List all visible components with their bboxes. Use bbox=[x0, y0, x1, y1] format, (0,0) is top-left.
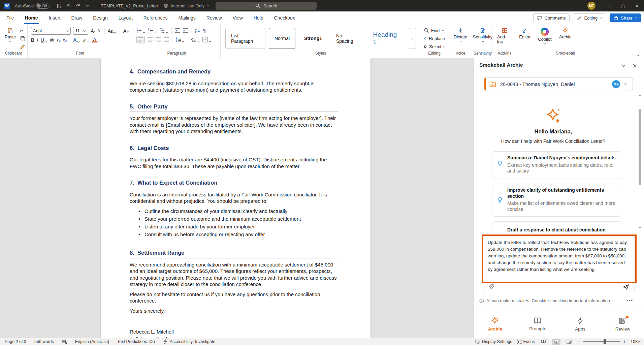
replace-button[interactable]: b Replace bbox=[424, 35, 445, 42]
highlight-color-button[interactable] bbox=[82, 38, 90, 42]
matter-selector[interactable]: M 26-0848 - Thomas Nguyen, Daniel MF bbox=[484, 77, 633, 91]
multilevel-list-button[interactable] bbox=[159, 28, 168, 33]
nav-apps[interactable]: Apps bbox=[559, 310, 602, 338]
search-input[interactable]: Search bbox=[216, 2, 317, 10]
align-left-button[interactable] bbox=[136, 36, 145, 43]
nav-review[interactable]: Review bbox=[602, 310, 644, 338]
read-mode-button[interactable] bbox=[540, 339, 548, 345]
close-button[interactable]: ✕ bbox=[630, 0, 644, 11]
undo-button[interactable] bbox=[64, 1, 73, 10]
sensitivity-chip[interactable]: Internal Use Only bbox=[163, 3, 210, 9]
tab-review[interactable]: Review bbox=[202, 11, 226, 24]
justify-button[interactable] bbox=[163, 37, 169, 42]
font-size-combo[interactable]: 11 bbox=[73, 27, 88, 35]
tab-file[interactable]: File bbox=[2, 11, 19, 24]
sensitivity-button[interactable]: Sensitivity bbox=[470, 26, 495, 51]
bullets-button[interactable] bbox=[136, 28, 146, 33]
proofing-status[interactable] bbox=[62, 339, 67, 344]
collapse-ribbon-button[interactable] bbox=[636, 55, 639, 57]
cut-button[interactable]: ✂ bbox=[20, 28, 26, 33]
suggestion-card[interactable]: Improve clarity of outstanding entitleme… bbox=[492, 184, 622, 217]
grow-font-button[interactable]: Aˆ bbox=[91, 28, 95, 34]
display-settings-button[interactable]: Display Settings bbox=[475, 339, 512, 344]
increase-indent-button[interactable] bbox=[183, 28, 189, 33]
bold-button[interactable]: B bbox=[31, 37, 34, 43]
style-strong1[interactable]: Strong1 bbox=[299, 28, 327, 49]
autosave-toggle[interactable]: Off bbox=[36, 3, 50, 9]
focus-button[interactable]: Focus bbox=[517, 339, 535, 344]
sort-button[interactable]: AZ bbox=[195, 28, 201, 33]
print-layout-button[interactable] bbox=[552, 339, 560, 345]
tab-view[interactable]: View bbox=[228, 11, 247, 24]
change-case-button[interactable]: Aa bbox=[108, 28, 117, 34]
paste-button[interactable]: Paste bbox=[2, 26, 19, 51]
zoom-percentage[interactable]: 103% bbox=[631, 339, 641, 344]
accessibility-status[interactable]: Accessibility: Investigate bbox=[163, 339, 215, 344]
zoom-in-button[interactable]: + bbox=[623, 339, 626, 344]
tab-help[interactable]: Help bbox=[249, 11, 268, 24]
show-formatting-button[interactable]: ¶ bbox=[203, 28, 206, 33]
nav-prompts[interactable]: Prompts bbox=[516, 310, 559, 338]
maximize-button[interactable]: ▢ bbox=[616, 0, 630, 11]
editor-button[interactable]: Editor bbox=[516, 26, 533, 51]
shrink-font-button[interactable]: Aˇ bbox=[97, 29, 101, 33]
font-color-button[interactable]: A bbox=[92, 38, 100, 42]
page-indicator[interactable]: Page 2 of 3 bbox=[5, 339, 26, 344]
style-list-paragraph[interactable]: List Paragraph bbox=[225, 28, 265, 49]
style-heading-1[interactable]: Heading 1 bbox=[368, 28, 406, 49]
scroll-down-arrow[interactable]: ▼ bbox=[638, 226, 642, 229]
tab-mailings[interactable]: Mailings bbox=[174, 11, 200, 24]
user-avatar[interactable]: MF bbox=[587, 2, 595, 10]
comments-button[interactable]: Comments bbox=[533, 13, 570, 22]
prompt-input-card[interactable]: Update the letter to reflect that TechFl… bbox=[483, 236, 635, 292]
superscript-button[interactable]: x2 bbox=[63, 38, 67, 42]
decrease-indent-button[interactable] bbox=[175, 28, 181, 33]
format-painter-button[interactable] bbox=[20, 44, 26, 50]
save-button[interactable] bbox=[54, 1, 64, 10]
copilot-button[interactable]: Copilot bbox=[535, 26, 554, 51]
redo-button[interactable] bbox=[73, 1, 83, 10]
borders-button[interactable] bbox=[202, 37, 212, 42]
more-options-button[interactable]: ••• bbox=[626, 298, 633, 303]
text-effects-button[interactable]: A bbox=[73, 37, 80, 43]
subscript-button[interactable]: x2 bbox=[57, 38, 60, 42]
align-right-button[interactable] bbox=[155, 37, 161, 42]
italic-button[interactable]: I bbox=[37, 37, 38, 43]
archie-button[interactable]: Archie bbox=[556, 26, 574, 51]
zoom-slider-thumb[interactable] bbox=[604, 339, 606, 344]
prompt-input[interactable]: Update the letter to reflect that TechFl… bbox=[483, 236, 635, 276]
numbering-button[interactable]: 123 bbox=[148, 28, 157, 33]
font-name-combo[interactable]: Arial bbox=[31, 27, 71, 35]
language-status[interactable]: English (Australia) bbox=[75, 339, 109, 344]
word-count[interactable]: 550 words bbox=[34, 339, 54, 344]
copy-button[interactable] bbox=[20, 36, 26, 41]
underline-button[interactable]: U bbox=[41, 37, 47, 43]
addins-button[interactable]: Add-ins bbox=[494, 26, 515, 51]
editing-mode-button[interactable]: Editing bbox=[573, 13, 607, 22]
tab-checkbox[interactable]: Checkbox bbox=[270, 11, 299, 24]
style-normal[interactable]: Normal bbox=[269, 28, 295, 49]
scroll-up-arrow[interactable]: ▲ bbox=[638, 93, 642, 97]
zoom-out-button[interactable]: − bbox=[578, 339, 581, 344]
share-button[interactable]: Share bbox=[610, 13, 641, 22]
minimize-button[interactable]: ─ bbox=[602, 0, 616, 11]
styles-gallery-expand-button[interactable] bbox=[409, 28, 416, 49]
clear-formatting-button[interactable]: A◇ bbox=[123, 28, 129, 34]
tab-insert[interactable]: Insert bbox=[44, 11, 65, 24]
select-button[interactable]: Select bbox=[424, 43, 445, 50]
scrollbar-thumb[interactable] bbox=[639, 109, 641, 185]
attach-icon[interactable] bbox=[488, 284, 494, 290]
autosave-control[interactable]: AutoSave Off bbox=[15, 3, 50, 9]
dictate-button[interactable]: Dictate bbox=[451, 26, 470, 51]
quick-access-customize-button[interactable] bbox=[83, 1, 92, 10]
nav-archie[interactable]: Archie bbox=[474, 310, 516, 338]
tab-design[interactable]: Design bbox=[89, 11, 112, 24]
tab-references[interactable]: References bbox=[139, 11, 172, 24]
send-icon[interactable] bbox=[622, 284, 629, 290]
panel-scrollbar[interactable]: ▲ bbox=[638, 93, 642, 237]
style-no-spacing[interactable]: No Spacing bbox=[331, 28, 364, 49]
suggestion-card[interactable]: Summarize Daniel Nguyen's employment det… bbox=[492, 151, 622, 179]
panel-collapse-button[interactable] bbox=[620, 62, 626, 69]
strikethrough-button[interactable]: ab bbox=[50, 38, 54, 42]
tab-home[interactable]: Home bbox=[21, 11, 42, 24]
